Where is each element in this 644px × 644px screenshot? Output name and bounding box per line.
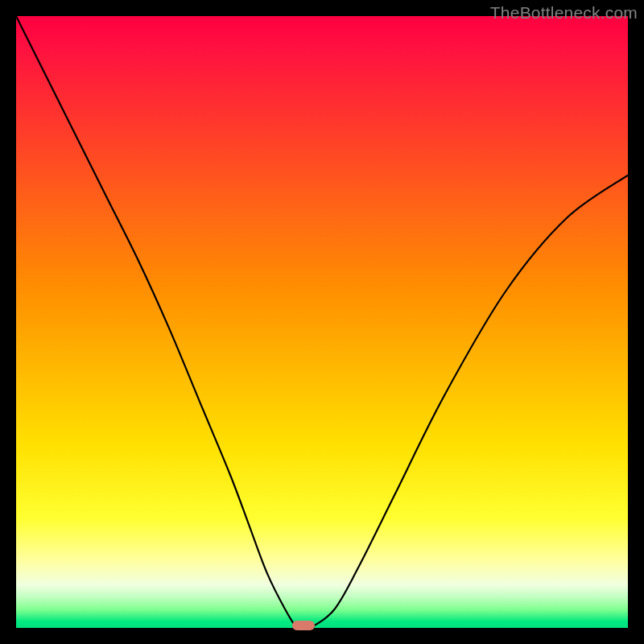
watermark-text: TheBottleneck.com (490, 3, 638, 23)
curve-path (16, 16, 628, 628)
bottleneck-curve (16, 16, 628, 628)
chart-container: TheBottleneck.com (0, 0, 644, 644)
plot-area (16, 16, 628, 628)
optimum-marker (292, 621, 315, 630)
